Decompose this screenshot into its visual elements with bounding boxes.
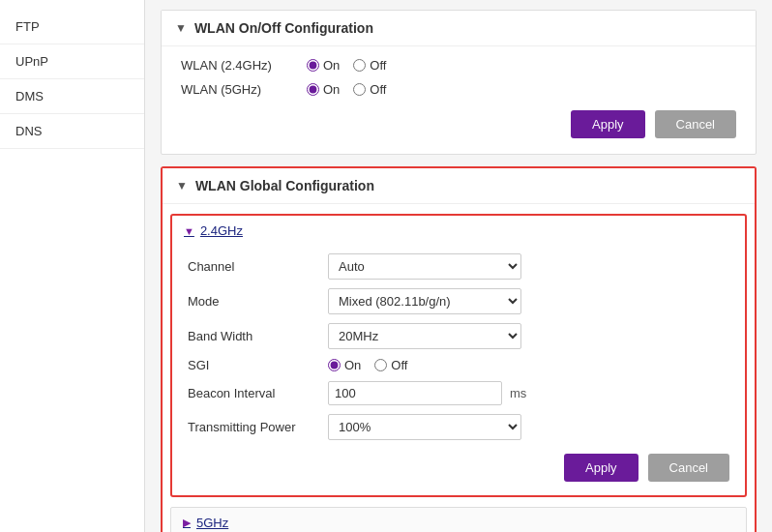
wlan-global-section: ▼ WLAN Global Configuration ▼ 2.4GHz Cha… xyxy=(161,166,757,532)
channel-row: Channel Auto 1234 5678 91011 xyxy=(188,253,729,280)
wlan-5-on-label[interactable]: On xyxy=(307,82,340,97)
sub-section-24ghz-header[interactable]: ▼ 2.4GHz xyxy=(172,216,745,246)
wlan-5-row: WLAN (5GHz) On Off xyxy=(181,82,736,97)
sidebar-item-dms-label: DMS xyxy=(15,89,44,103)
wlan-onoff-title: WLAN On/Off Configuration xyxy=(194,20,373,36)
global-24-cancel-button[interactable]: Cancel xyxy=(648,454,729,482)
wlan-24-on-text: On xyxy=(323,58,340,73)
wlan-global-arrow: ▼ xyxy=(176,179,188,192)
mode-select[interactable]: Mixed (802.11b/g/n) 802.11b 802.11g 802.… xyxy=(328,288,521,314)
wlan-onoff-apply-button[interactable]: Apply xyxy=(571,110,645,138)
wlan-24-off-radio[interactable] xyxy=(353,59,366,72)
sidebar-item-dms[interactable]: DMS xyxy=(0,79,144,114)
wlan-global-title: WLAN Global Configuration xyxy=(195,178,374,193)
wlan-onoff-cancel-button[interactable]: Cancel xyxy=(655,110,736,138)
wlan-24-on-label[interactable]: On xyxy=(307,58,340,73)
sidebar-item-ftp[interactable]: FTP xyxy=(0,10,144,44)
wlan-5-label: WLAN (5GHz) xyxy=(181,82,307,97)
sub-section-5ghz: ▶ 5GHz xyxy=(170,507,747,532)
sidebar-item-dns[interactable]: DNS xyxy=(0,114,144,149)
wlan-onoff-body: WLAN (2.4GHz) On Off WLAN (5GHz) On xyxy=(162,46,756,154)
wlan-24-off-label[interactable]: Off xyxy=(353,58,386,73)
beacon-label: Beacon Interval xyxy=(188,386,328,400)
wlan-5-off-text: Off xyxy=(370,82,386,97)
wlan-5-off-radio[interactable] xyxy=(353,83,366,96)
main-content: ▼ WLAN On/Off Configuration WLAN (2.4GHz… xyxy=(145,0,772,532)
wlan-onoff-header[interactable]: ▼ WLAN On/Off Configuration xyxy=(162,11,756,46)
wlan-onoff-btn-row: Apply Cancel xyxy=(181,110,736,138)
mode-label: Mode xyxy=(188,294,328,309)
sub-section-5ghz-header[interactable]: ▶ 5GHz xyxy=(171,508,746,532)
wlan-global-header[interactable]: ▼ WLAN Global Configuration xyxy=(163,168,755,204)
bandwidth-label: Band Width xyxy=(188,329,328,343)
beacon-input[interactable] xyxy=(328,381,502,405)
wlan-5-off-label[interactable]: Off xyxy=(353,82,386,97)
wlan-5-on-radio[interactable] xyxy=(307,83,319,96)
wlan-24-label: WLAN (2.4GHz) xyxy=(181,58,307,73)
wlan-onoff-arrow: ▼ xyxy=(175,21,187,35)
txpower-select[interactable]: 100% 75% 50% 25% xyxy=(328,414,521,440)
wlan-5-on-text: On xyxy=(323,82,340,97)
txpower-row: Transmitting Power 100% 75% 50% 25% xyxy=(188,414,729,440)
global-24-btn-row: Apply Cancel xyxy=(188,454,729,482)
sgi-off-label[interactable]: Off xyxy=(374,358,407,372)
sgi-row: SGI On Off xyxy=(188,358,729,372)
sidebar: FTP UPnP DMS DNS xyxy=(0,0,145,532)
sgi-on-radio[interactable] xyxy=(328,359,341,371)
beacon-unit: ms xyxy=(510,386,526,400)
channel-select[interactable]: Auto 1234 5678 91011 xyxy=(328,253,521,280)
sgi-off-radio[interactable] xyxy=(374,359,387,371)
beacon-row: Beacon Interval ms xyxy=(188,381,729,405)
channel-label: Channel xyxy=(188,259,328,274)
sidebar-item-upnp-label: UPnP xyxy=(15,54,48,69)
wlan-24-off-text: Off xyxy=(370,58,386,73)
bandwidth-row: Band Width 20MHz 40MHz xyxy=(188,323,729,349)
sidebar-item-dns-label: DNS xyxy=(15,124,42,138)
sgi-on-text: On xyxy=(344,358,361,372)
sub-section-5ghz-arrow: ▶ xyxy=(183,517,191,529)
sidebar-item-upnp[interactable]: UPnP xyxy=(0,44,144,79)
sub-section-5ghz-label[interactable]: 5GHz xyxy=(196,516,228,530)
wlan-onoff-section: ▼ WLAN On/Off Configuration WLAN (2.4GHz… xyxy=(161,10,757,155)
sub-section-24ghz: ▼ 2.4GHz Channel Auto 1234 5678 91011 Mo… xyxy=(170,214,747,497)
sub-section-24ghz-arrow: ▼ xyxy=(184,225,194,237)
bandwidth-select[interactable]: 20MHz 40MHz xyxy=(328,323,521,349)
sidebar-item-ftp-label: FTP xyxy=(15,19,40,34)
mode-row: Mode Mixed (802.11b/g/n) 802.11b 802.11g… xyxy=(188,288,729,314)
global-24-apply-button[interactable]: Apply xyxy=(564,454,638,482)
txpower-label: Transmitting Power xyxy=(188,420,328,434)
sgi-off-text: Off xyxy=(391,358,407,372)
wlan-24-row: WLAN (2.4GHz) On Off xyxy=(181,58,736,73)
wlan-24-on-radio[interactable] xyxy=(307,59,319,72)
sub-section-24ghz-label[interactable]: 2.4GHz xyxy=(200,223,243,238)
sgi-label: SGI xyxy=(188,358,328,372)
sub-section-24ghz-body: Channel Auto 1234 5678 91011 Mode Mixed … xyxy=(172,246,745,495)
sgi-on-label[interactable]: On xyxy=(328,358,361,372)
